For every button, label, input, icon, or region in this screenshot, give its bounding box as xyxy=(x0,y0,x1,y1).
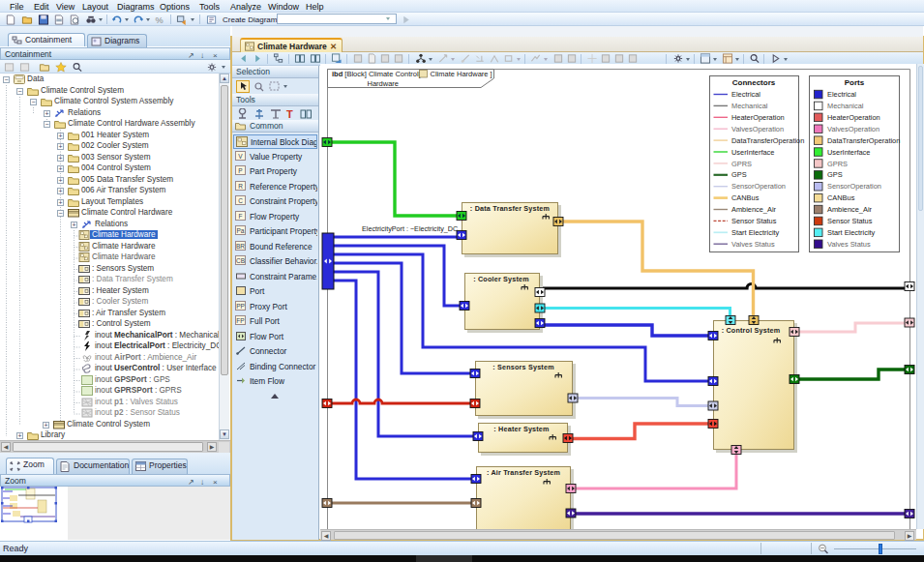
svg-text:GPRS: GPRS xyxy=(827,160,848,168)
svg-text:Start Electricity: Start Electricity xyxy=(731,228,780,237)
svg-text:ibd [Block] Climate Control[: ibd [Block] Climate Control[ xyxy=(332,70,422,78)
svg-text:DataTransferOperation: DataTransferOperation xyxy=(827,136,900,145)
svg-text:UserInterface: UserInterface xyxy=(827,148,870,157)
svg-text:SensorOperation: SensorOperation xyxy=(827,182,881,191)
svg-text:%: % xyxy=(155,15,163,25)
svg-text:: Sensors System: : Sensors System xyxy=(492,363,554,371)
svg-text:Ambience_Air: Ambience_Air xyxy=(731,205,777,214)
svg-text:Valves Status: Valves Status xyxy=(731,240,775,249)
svg-text:Ports: Ports xyxy=(845,78,865,87)
svg-text:Climate Hardware ]: Climate Hardware ] xyxy=(431,70,492,78)
svg-text:Sensor Status: Sensor Status xyxy=(827,217,873,225)
svg-text:GPS: GPS xyxy=(827,170,843,179)
svg-text:GPRS: GPRS xyxy=(731,160,752,168)
svg-text:Valves Status: Valves Status xyxy=(827,240,871,249)
svg-text:CANBus: CANBus xyxy=(731,193,760,202)
svg-text:: Cooler System: : Cooler System xyxy=(473,275,529,283)
svg-text:UserInterface: UserInterface xyxy=(731,148,774,157)
svg-text:: Data Transfer System: : Data Transfer System xyxy=(470,204,550,213)
svg-text:: Air Transfer System: : Air Transfer System xyxy=(487,468,560,477)
svg-text:Connectors: Connectors xyxy=(732,78,776,87)
svg-text:Hardware: Hardware xyxy=(368,79,400,88)
svg-text:Start Electricity: Start Electricity xyxy=(827,228,876,237)
svg-text:Ambience_Air: Ambience_Air xyxy=(827,205,873,214)
svg-text:: Control System: : Control System xyxy=(722,326,781,335)
svg-text:Sensor Status: Sensor Status xyxy=(731,217,777,225)
svg-text:HeaterOperation: HeaterOperation xyxy=(827,113,880,122)
svg-text:ElectricityPort : ~Electricity: ElectricityPort : ~Electricity_DC xyxy=(362,224,458,233)
svg-text:Mechanical: Mechanical xyxy=(827,102,864,110)
svg-text:SensorOperation: SensorOperation xyxy=(731,182,786,191)
svg-text:GPS: GPS xyxy=(731,170,747,179)
svg-text:ValvesOperation: ValvesOperation xyxy=(731,125,784,133)
svg-text:DataTransferOperation: DataTransferOperation xyxy=(731,136,804,145)
svg-text:Electrical: Electrical xyxy=(827,90,856,99)
svg-text:Mechanical: Mechanical xyxy=(731,102,768,110)
svg-text:CANBus: CANBus xyxy=(827,193,855,202)
svg-text:ValvesOperation: ValvesOperation xyxy=(827,125,879,133)
svg-text:Electrical: Electrical xyxy=(731,90,760,99)
svg-text:: Heater System: : Heater System xyxy=(493,425,549,433)
svg-text:HeaterOperation: HeaterOperation xyxy=(731,113,785,122)
